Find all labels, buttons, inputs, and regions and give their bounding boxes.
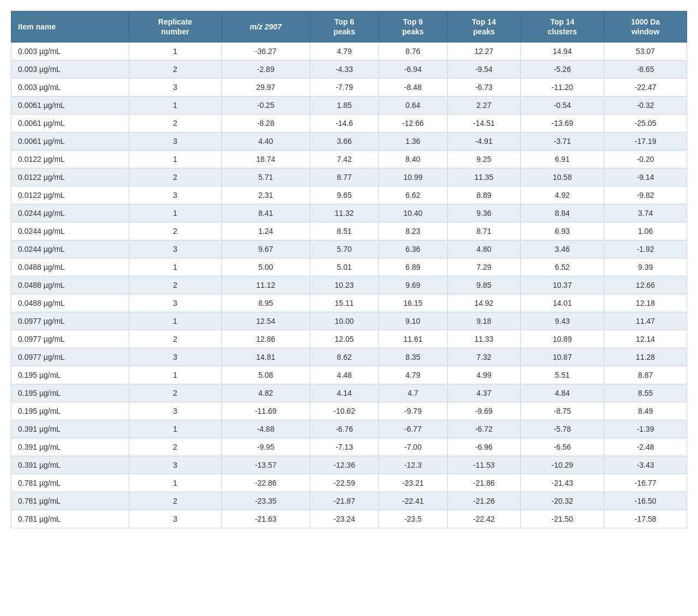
cell-w: -1.92 [604,240,687,258]
cell-mz: 18.74 [221,150,310,168]
cell-item: 0.0977 µg/mL [11,312,129,330]
table-row: 0.003 µg/mL329.97-7.79-8.48-6.73-11.20-2… [11,78,687,96]
cell-w: 12.66 [604,276,687,294]
cell-t14p: 14.92 [447,294,520,312]
cell-t14c: 4.84 [521,384,604,402]
table-row: 0.0977 µg/mL112.5410.009.109.189.4311.47 [11,312,687,330]
cell-t6: 1.85 [310,96,378,114]
col-header-top14-clusters: Top 14 clusters [521,11,604,43]
cell-w: -0.20 [604,150,687,168]
cell-t14p: 9.25 [447,150,520,168]
cell-t9: -23.21 [378,474,447,492]
cell-t14c: 9.43 [521,312,604,330]
cell-t14p: -11.53 [447,456,520,474]
cell-t14p: 7.29 [447,258,520,276]
table-row: 0.391 µg/mL2-9.95-7.13-7.00-6.96-6.56-2.… [11,438,687,456]
cell-w: 11.47 [604,312,687,330]
cell-t14p: 9.85 [447,276,520,294]
cell-t14p: 2.27 [447,96,520,114]
table-row: 0.0488 µg/mL38.9515.1116.1514.9214.0112.… [11,294,687,312]
cell-rep: 2 [129,222,221,240]
cell-item: 0.0488 µg/mL [11,276,129,294]
cell-item: 0.0122 µg/mL [11,168,129,186]
cell-t9: 6.36 [378,240,447,258]
cell-t14c: -5.26 [521,61,604,78]
cell-rep: 1 [129,96,221,114]
cell-t6: 11.32 [310,204,378,222]
cell-item: 0.0122 µg/mL [11,186,129,204]
cell-rep: 3 [129,132,221,150]
cell-mz: -2.89 [221,61,310,78]
cell-rep: 3 [129,78,221,96]
cell-rep: 2 [129,438,221,456]
cell-t14p: 4.99 [447,366,520,384]
cell-item: 0.0977 µg/mL [11,330,129,348]
cell-t6: 9.65 [310,186,378,204]
col-header-replicate: Replicate number [129,11,221,43]
cell-t9: -12.3 [378,456,447,474]
table-row: 0.0061 µg/mL34.403.661.36-4.91-3.71-17.1… [11,132,687,150]
cell-item: 0.0244 µg/mL [11,204,129,222]
cell-t9: -7.00 [378,438,447,456]
cell-mz: 4.82 [221,384,310,402]
cell-item: 0.0061 µg/mL [11,96,129,114]
cell-w: 9.39 [604,258,687,276]
cell-t14p: 7.32 [447,348,520,366]
cell-rep: 2 [129,492,221,510]
cell-t6: 10.00 [310,312,378,330]
cell-t14p: -9.54 [447,61,520,78]
cell-t6: -23.24 [310,510,378,528]
cell-t9: 8.40 [378,150,447,168]
cell-mz: 1.24 [221,222,310,240]
table-row: 0.195 µg/mL24.824.144.74.374.848.55 [11,384,687,402]
cell-t14p: 12.27 [447,43,520,61]
cell-t6: 15.11 [310,294,378,312]
cell-t14p: -22.42 [447,510,520,528]
cell-t14p: 4.37 [447,384,520,402]
col-header-mz: m/z 2907 [221,11,310,43]
cell-t14c: -21.50 [521,510,604,528]
cell-t14c: -6.56 [521,438,604,456]
cell-rep: 1 [129,43,221,61]
cell-t9: 4.79 [378,366,447,384]
cell-t14p: -9.69 [447,402,520,420]
table-row: 0.003 µg/mL1-36.274.798.7612.2714.9453.0… [11,43,687,61]
cell-t14p: 8.89 [447,186,520,204]
cell-mz: -0.25 [221,96,310,114]
cell-rep: 3 [129,456,221,474]
table-row: 0.003 µg/mL2-2.89-4.33-6.94-9.54-5.26-8.… [11,61,687,78]
cell-rep: 3 [129,294,221,312]
cell-t14c: 10.89 [521,330,604,348]
table-row: 0.0244 µg/mL39.675.706.364.803.46-1.92 [11,240,687,258]
cell-mz: 8.95 [221,294,310,312]
cell-t14c: 10.58 [521,168,604,186]
cell-mz: 4.40 [221,132,310,150]
cell-t6: 8.77 [310,168,378,186]
cell-rep: 1 [129,312,221,330]
cell-rep: 1 [129,420,221,438]
cell-mz: 12.54 [221,312,310,330]
cell-w: -17.19 [604,132,687,150]
col-header-top6: Top 6 peaks [310,11,378,43]
cell-t9: 0.64 [378,96,447,114]
cell-mz: 12.86 [221,330,310,348]
cell-t6: 7.42 [310,150,378,168]
cell-item: 0.195 µg/mL [11,402,129,420]
cell-t14c: 4.92 [521,186,604,204]
cell-mz: -22.86 [221,474,310,492]
table-row: 0.0122 µg/mL118.747.428.409.256.91-0.20 [11,150,687,168]
cell-t14c: 10.87 [521,348,604,366]
cell-t9: -12.66 [378,114,447,132]
cell-t9: 6.62 [378,186,447,204]
cell-t14c: 6.91 [521,150,604,168]
cell-t14p: 9.18 [447,312,520,330]
cell-t14c: -3.71 [521,132,604,150]
cell-t9: -22.41 [378,492,447,510]
cell-w: -8.65 [604,61,687,78]
cell-t9: 10.99 [378,168,447,186]
cell-w: 12.18 [604,294,687,312]
cell-item: 0.0244 µg/mL [11,222,129,240]
cell-t9: 9.69 [378,276,447,294]
cell-t9: 4.7 [378,384,447,402]
cell-w: -16.50 [604,492,687,510]
